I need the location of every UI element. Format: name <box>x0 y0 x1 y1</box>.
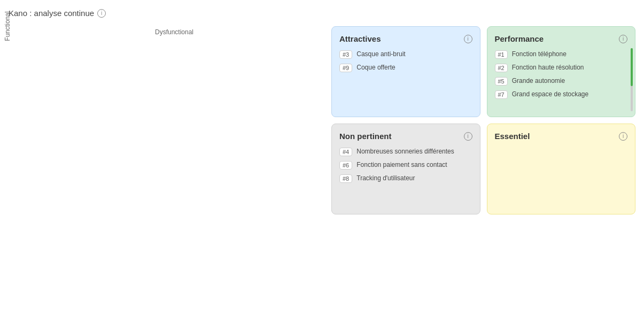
item-text: Coque offerte <box>356 63 395 72</box>
item-text: Fonction téléphone <box>512 50 567 59</box>
item-text: Nombreuses sonneries différentes <box>356 147 454 156</box>
card-essentiel: Essentiel i <box>487 124 636 214</box>
title-text: Kano : analyse continue <box>9 9 94 18</box>
scrollbar-thumb <box>631 48 633 86</box>
item-badge: #7 <box>495 90 508 99</box>
card-essentiel-title: Essentiel <box>495 132 530 141</box>
list-item: #8 Tracking d'utilisateur <box>339 174 472 183</box>
item-text: Grand espace de stockage <box>512 90 588 99</box>
x-axis-label: Dysfunctional <box>30 28 319 36</box>
card-attractives: Attractives i #3 Casque anti-bruit #9 Co… <box>331 26 480 117</box>
card-non-pertinent-header: Non pertinent i <box>339 132 472 141</box>
item-text: Fonction paiement sans contact <box>356 160 447 170</box>
card-essentiel-info-icon[interactable]: i <box>619 132 627 141</box>
item-badge: #2 <box>495 64 508 72</box>
item-badge: #8 <box>339 174 352 183</box>
card-performance-title: Performance <box>495 34 544 43</box>
list-item: #3 Casque anti-bruit <box>339 50 472 59</box>
y-axis-label: Functional <box>4 11 11 41</box>
list-item: #6 Fonction paiement sans contact <box>339 160 472 170</box>
list-item: #1 Fonction téléphone <box>495 50 628 59</box>
item-text: Tracking d'utilisateur <box>356 174 415 183</box>
cards-container: Attractives i #3 Casque anti-bruit #9 Co… <box>331 26 635 214</box>
list-item: #5 Grande autonomie <box>495 76 628 86</box>
card-non-pertinent: Non pertinent i #4 Nombreuses sonneries … <box>331 124 480 214</box>
item-text: Grande autonomie <box>512 76 565 86</box>
scrollbar[interactable] <box>631 48 633 111</box>
item-badge: #1 <box>495 50 508 59</box>
item-text: Fonction haute résolution <box>512 63 584 72</box>
card-performance: Performance i #1 Fonction téléphone #2 F… <box>487 26 636 117</box>
item-badge: #4 <box>339 148 352 156</box>
chart-container: Functional <box>9 26 319 36</box>
list-item: #2 Fonction haute résolution <box>495 63 628 72</box>
card-attractives-title: Attractives <box>339 34 381 43</box>
card-attractives-header: Attractives i <box>339 34 472 43</box>
card-non-pertinent-info-icon[interactable]: i <box>464 132 472 141</box>
card-non-pertinent-title: Non pertinent <box>339 132 392 141</box>
card-performance-header: Performance i <box>495 34 628 43</box>
item-text: Casque anti-bruit <box>356 50 405 59</box>
item-badge: #5 <box>495 77 508 86</box>
list-item: #9 Coque offerte <box>339 63 472 72</box>
main-content: Functional <box>9 26 635 214</box>
title-info-icon[interactable]: i <box>97 9 106 18</box>
item-badge: #6 <box>339 161 352 170</box>
card-essentiel-header: Essentiel i <box>495 132 628 141</box>
item-badge: #9 <box>339 64 352 72</box>
card-performance-items: #1 Fonction téléphone #2 Fonction haute … <box>495 50 628 99</box>
card-performance-info-icon[interactable]: i <box>619 35 627 43</box>
item-badge: #3 <box>339 50 352 59</box>
page-title: Kano : analyse continue i <box>9 9 635 18</box>
card-non-pertinent-items: #4 Nombreuses sonneries différentes #6 F… <box>339 147 472 183</box>
list-item: #7 Grand espace de stockage <box>495 90 628 99</box>
card-attractives-info-icon[interactable]: i <box>464 35 472 43</box>
list-item: #4 Nombreuses sonneries différentes <box>339 147 472 156</box>
card-attractives-items: #3 Casque anti-bruit #9 Coque offerte <box>339 50 472 72</box>
